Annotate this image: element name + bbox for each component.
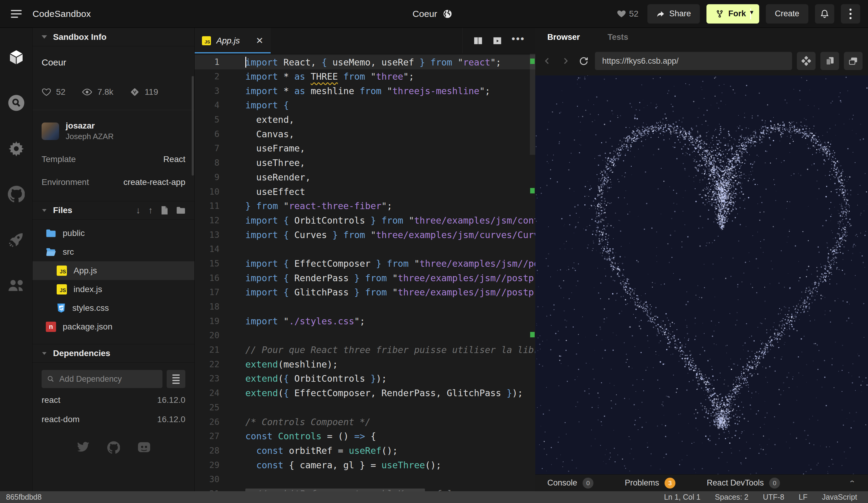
- code-line[interactable]: 29 const { camera, gl } = useThree();: [195, 458, 535, 472]
- forward-icon[interactable]: [559, 54, 572, 68]
- code-line[interactable]: 4import {: [195, 98, 535, 112]
- search-icon[interactable]: [0, 80, 32, 125]
- settings-gear-icon[interactable]: [0, 125, 32, 171]
- code-line[interactable]: 11} from "react-three-fiber";: [195, 199, 535, 213]
- code-line[interactable]: 2import * as THREE from "three";: [195, 69, 535, 84]
- notifications-button[interactable]: [815, 4, 834, 23]
- app-logo[interactable]: CodeSandbox: [32, 9, 91, 19]
- code-line[interactable]: 17import { GlitchPass } from "three/exam…: [195, 285, 535, 300]
- code-line[interactable]: 13import { Curves } from "three/examples…: [195, 228, 535, 242]
- fork-button[interactable]: Fork ▾: [706, 4, 759, 23]
- code-line[interactable]: 21// Pour que React three friber puisse …: [195, 343, 535, 357]
- code-line[interactable]: 19import "./styles.css";: [195, 314, 535, 328]
- code-line[interactable]: 20: [195, 328, 535, 343]
- line-number: 10: [195, 187, 228, 197]
- file-row-styles.css[interactable]: styles.css: [32, 299, 194, 318]
- github-icon[interactable]: [0, 171, 32, 217]
- project-info-icon[interactable]: [0, 34, 32, 80]
- more-menu-button[interactable]: [841, 4, 860, 23]
- deploy-rocket-icon[interactable]: [0, 217, 32, 262]
- code-line[interactable]: 10 useEffect: [195, 184, 535, 199]
- twitter-icon[interactable]: [76, 441, 90, 455]
- file-row-package.json[interactable]: npackage.json: [32, 318, 194, 336]
- file-label: package.json: [63, 322, 112, 332]
- code-line[interactable]: 5 extend,: [195, 112, 535, 127]
- files-header[interactable]: Files ↓ ↑: [32, 201, 194, 220]
- dependency-search[interactable]: [42, 370, 163, 388]
- code-line[interactable]: 24extend({ EffectComposer, RenderPass, G…: [195, 386, 535, 400]
- duplicate-window-icon[interactable]: [820, 52, 839, 70]
- dependency-row-react-dom[interactable]: react-dom16.12.0: [32, 410, 194, 429]
- like-count[interactable]: 52: [617, 9, 638, 19]
- url-input[interactable]: [595, 52, 792, 70]
- status-item[interactable]: Ln 1, Col 1: [664, 493, 701, 502]
- file-row-src[interactable]: src: [32, 243, 194, 261]
- menu-icon[interactable]: [0, 10, 32, 18]
- share-button[interactable]: Share: [648, 4, 700, 23]
- open-in-new-window-icon[interactable]: [844, 52, 862, 70]
- sandbox-info-header[interactable]: Sandbox Info: [32, 28, 194, 47]
- code-line[interactable]: 18: [195, 300, 535, 314]
- preview-canvas[interactable]: [535, 76, 868, 474]
- code-line[interactable]: 9 useRender,: [195, 170, 535, 185]
- code-line[interactable]: 7 useFrame,: [195, 141, 535, 156]
- file-row-App.js[interactable]: JSApp.js: [32, 261, 194, 280]
- sidebar-scrollbar[interactable]: [192, 76, 194, 175]
- code-line[interactable]: 6 Canvas,: [195, 127, 535, 141]
- github-link-icon[interactable]: [107, 441, 120, 455]
- tab-appjs[interactable]: JS App.js ✕: [195, 28, 271, 53]
- dependency-row-react[interactable]: react16.12.0: [32, 391, 194, 410]
- code-line[interactable]: 28 const orbitRef = useRef();: [195, 444, 535, 458]
- live-users-icon[interactable]: [0, 262, 32, 308]
- discord-icon[interactable]: [137, 441, 151, 455]
- dependencies-header[interactable]: Dependencies: [32, 344, 194, 363]
- code-line[interactable]: 1import React, { useMemo, useRef } from …: [195, 55, 535, 69]
- code-line[interactable]: 23extend({ OrbitControls });: [195, 371, 535, 386]
- new-folder-icon[interactable]: [176, 207, 185, 214]
- app-preview[interactable]: [535, 76, 868, 474]
- status-item[interactable]: UTF-8: [763, 493, 784, 502]
- code-line[interactable]: 15import { EffectComposer } from "three/…: [195, 256, 535, 271]
- css-file-icon: [56, 303, 66, 313]
- code-line[interactable]: 16import { RenderPass } from "three/exam…: [195, 271, 535, 285]
- status-item[interactable]: Spaces: 2: [715, 493, 748, 502]
- code-line[interactable]: 26/* Controls Compoent */: [195, 415, 535, 429]
- download-icon[interactable]: ↓: [136, 205, 141, 215]
- code-line[interactable]: 30: [195, 472, 535, 487]
- upload-icon[interactable]: ↑: [148, 205, 153, 215]
- code-line[interactable]: 25: [195, 400, 535, 415]
- console-tab-problems[interactable]: Problems3: [625, 477, 675, 489]
- add-dependency-input[interactable]: [59, 374, 157, 384]
- create-button[interactable]: Create: [766, 4, 808, 23]
- code-line[interactable]: 12import { OrbitControls } from "three/e…: [195, 213, 535, 228]
- code-line[interactable]: 27const Controls = () => {: [195, 429, 535, 444]
- console-tab-react-devtools[interactable]: React DevTools0: [707, 477, 780, 489]
- new-file-icon[interactable]: [161, 206, 168, 215]
- console-tab-console[interactable]: Console0: [547, 477, 593, 489]
- file-row-public[interactable]: public: [32, 224, 194, 243]
- editor-scrollbar-thumb[interactable]: [530, 54, 535, 155]
- header: CodeSandbox Coeur 52 Share Fork ▾ Create: [0, 0, 868, 28]
- dependency-list-icon[interactable]: [167, 370, 185, 388]
- code-line[interactable]: 31 // orbitRef.current.enableKeys = fals…: [195, 487, 535, 491]
- file-row-index.js[interactable]: JSindex.js: [32, 280, 194, 299]
- back-icon[interactable]: [541, 54, 554, 68]
- code-area[interactable]: 1import React, { useMemo, useRef } from …: [195, 54, 535, 491]
- split-view-icon[interactable]: [473, 36, 483, 46]
- responsive-modules-icon[interactable]: [797, 52, 816, 70]
- code-line[interactable]: 14: [195, 242, 535, 256]
- status-item[interactable]: LF: [799, 493, 807, 502]
- refresh-icon[interactable]: [577, 54, 590, 68]
- editor-scrollbar[interactable]: [530, 54, 535, 491]
- tab-close-icon[interactable]: ✕: [256, 35, 264, 46]
- code-line[interactable]: 8 useThree,: [195, 156, 535, 170]
- collapse-panel-icon[interactable]: ⌃: [848, 479, 856, 487]
- browser-tab-browser[interactable]: Browser: [547, 33, 580, 42]
- code-line[interactable]: 3import * as meshline from "threejs-mesh…: [195, 83, 535, 98]
- editor-more-icon[interactable]: •••: [512, 39, 525, 43]
- author-row[interactable]: josazar Joseph AZAR: [42, 121, 185, 141]
- code-line[interactable]: 22extend(meshline);: [195, 357, 535, 371]
- status-item[interactable]: JavaScript: [822, 493, 857, 502]
- preview-window-icon[interactable]: [492, 36, 503, 46]
- browser-tab-tests[interactable]: Tests: [608, 33, 628, 42]
